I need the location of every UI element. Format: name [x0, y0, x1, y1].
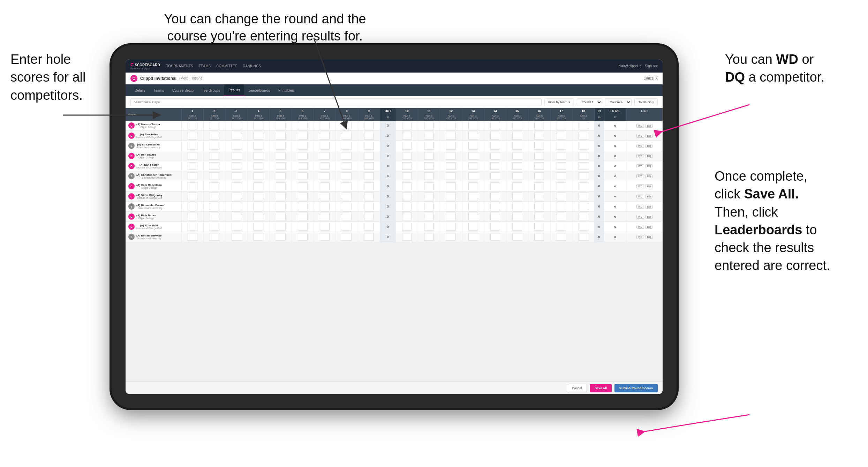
score-input-9[interactable]: [364, 223, 374, 231]
score-input-13[interactable]: [468, 132, 478, 140]
score-input-13[interactable]: [468, 122, 478, 129]
score-input-11[interactable]: [424, 122, 434, 129]
score-input-2[interactable]: [210, 162, 219, 170]
score-input-15[interactable]: [512, 152, 522, 160]
wd-button[interactable]: WD: [636, 235, 644, 239]
score-input-13[interactable]: [468, 193, 478, 200]
score-input-4[interactable]: [254, 223, 263, 231]
score-input-14[interactable]: [490, 193, 500, 200]
score-input-14[interactable]: [490, 203, 500, 210]
score-input-12[interactable]: [446, 193, 456, 200]
subnav-course-setup[interactable]: Course Setup: [168, 84, 198, 96]
score-input-5[interactable]: [276, 203, 286, 210]
wd-button[interactable]: WD: [636, 174, 644, 178]
wd-button[interactable]: WD: [636, 205, 644, 209]
cancel-bottom-button[interactable]: Cancel: [567, 384, 587, 392]
score-input-17[interactable]: [557, 213, 566, 220]
dq-button[interactable]: DQ: [646, 154, 653, 158]
round-select[interactable]: Round 1: [577, 98, 602, 106]
score-input-1[interactable]: [188, 193, 197, 200]
score-input-7[interactable]: [320, 162, 330, 170]
score-input-10[interactable]: [402, 142, 412, 150]
score-input-14[interactable]: [490, 172, 500, 180]
score-input-9[interactable]: [364, 182, 374, 190]
dq-button[interactable]: DQ: [646, 225, 653, 229]
score-input-1[interactable]: [188, 233, 197, 241]
score-input-17[interactable]: [557, 152, 566, 160]
score-input-10[interactable]: [402, 193, 412, 200]
score-input-8[interactable]: [342, 182, 352, 190]
score-input-13[interactable]: [468, 233, 478, 241]
score-input-1[interactable]: [188, 122, 197, 129]
score-input-12[interactable]: [446, 162, 456, 170]
score-input-10[interactable]: [402, 152, 412, 160]
score-input-17[interactable]: [557, 122, 566, 129]
score-input-7[interactable]: [320, 233, 330, 241]
score-input-1[interactable]: [188, 223, 197, 231]
score-input-8[interactable]: [342, 223, 352, 231]
score-input-13[interactable]: [468, 172, 478, 180]
score-input-8[interactable]: [342, 152, 352, 160]
score-input-17[interactable]: [557, 223, 566, 231]
score-input-16[interactable]: [534, 193, 544, 200]
score-input-7[interactable]: [320, 182, 330, 190]
score-input-7[interactable]: [320, 142, 330, 150]
publish-round-button[interactable]: Publish Round Scores: [614, 384, 658, 392]
score-input-3[interactable]: [232, 182, 241, 190]
score-input-5[interactable]: [276, 152, 286, 160]
score-input-17[interactable]: [557, 203, 566, 210]
score-input-7[interactable]: [320, 132, 330, 140]
score-input-1[interactable]: [188, 162, 197, 170]
sign-out-link[interactable]: Sign out: [645, 64, 658, 68]
score-input-6[interactable]: [298, 223, 308, 231]
score-input-17[interactable]: [557, 132, 566, 140]
dq-button[interactable]: DQ: [646, 235, 653, 239]
score-input-1[interactable]: [188, 152, 197, 160]
score-input-11[interactable]: [424, 172, 434, 180]
dq-button[interactable]: DQ: [646, 124, 653, 128]
score-input-2[interactable]: [210, 193, 219, 200]
wd-button[interactable]: WD: [636, 225, 644, 229]
score-input-14[interactable]: [490, 223, 500, 231]
score-input-2[interactable]: [210, 203, 219, 210]
subnav-teams[interactable]: Teams: [150, 84, 168, 96]
score-input-3[interactable]: [232, 142, 241, 150]
score-input-3[interactable]: [232, 223, 241, 231]
dq-button[interactable]: DQ: [646, 134, 653, 138]
score-input-9[interactable]: [364, 152, 374, 160]
score-input-8[interactable]: [342, 162, 352, 170]
score-input-18[interactable]: [579, 233, 588, 241]
score-input-5[interactable]: [276, 233, 286, 241]
score-input-1[interactable]: [188, 142, 197, 150]
score-input-8[interactable]: [342, 132, 352, 140]
score-input-11[interactable]: [424, 182, 434, 190]
nav-committee[interactable]: COMMITTEE: [216, 64, 237, 68]
filter-team-button[interactable]: Filter by team ▾: [544, 98, 574, 106]
score-input-10[interactable]: [402, 213, 412, 220]
subnav-tee-groups[interactable]: Tee Groups: [198, 84, 224, 96]
dq-button[interactable]: DQ: [646, 205, 653, 209]
score-input-4[interactable]: [254, 233, 263, 241]
score-input-16[interactable]: [534, 223, 544, 231]
subnav-results[interactable]: Results: [224, 84, 244, 96]
score-input-15[interactable]: [512, 162, 522, 170]
score-input-14[interactable]: [490, 162, 500, 170]
score-input-2[interactable]: [210, 182, 219, 190]
wd-button[interactable]: WD: [636, 154, 644, 158]
score-input-11[interactable]: [424, 233, 434, 241]
score-input-16[interactable]: [534, 162, 544, 170]
score-input-14[interactable]: [490, 142, 500, 150]
wd-button[interactable]: WD: [636, 164, 644, 168]
score-input-5[interactable]: [276, 142, 286, 150]
score-input-16[interactable]: [534, 172, 544, 180]
score-input-4[interactable]: [254, 142, 263, 150]
score-input-16[interactable]: [534, 122, 544, 129]
score-input-18[interactable]: [579, 162, 588, 170]
score-input-16[interactable]: [534, 233, 544, 241]
score-input-17[interactable]: [557, 162, 566, 170]
score-input-2[interactable]: [210, 122, 219, 129]
dq-button[interactable]: DQ: [646, 174, 653, 178]
score-input-18[interactable]: [579, 152, 588, 160]
score-input-2[interactable]: [210, 213, 219, 220]
nav-teams[interactable]: TEAMS: [199, 64, 211, 68]
